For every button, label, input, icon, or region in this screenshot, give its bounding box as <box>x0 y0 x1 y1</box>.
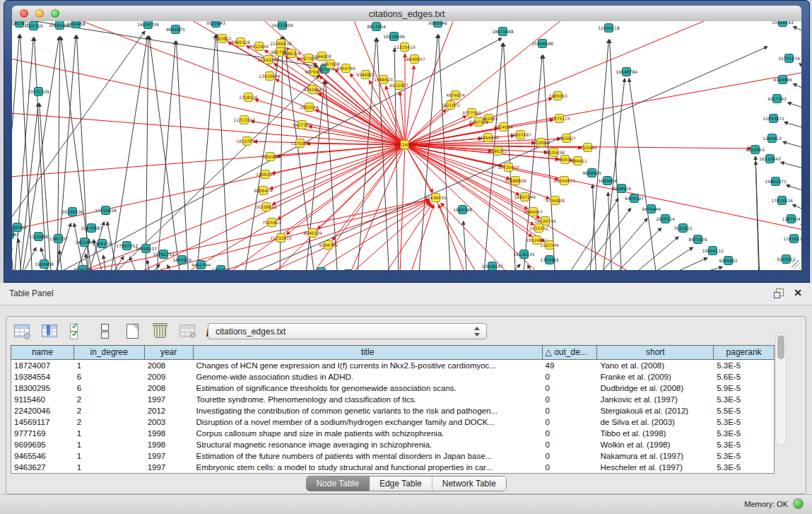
delete-column-icon[interactable] <box>151 322 168 339</box>
graph-node[interactable]: 17359928 <box>101 206 110 215</box>
scrollbar-thumb[interactable] <box>777 335 784 359</box>
graph-node[interactable]: 2505115 <box>98 239 107 248</box>
graph-node[interactable]: 6497568 <box>474 117 483 127</box>
network-select[interactable]: citations_edges.txt <box>208 323 487 339</box>
table-row[interactable]: 1872400712008Changes of HCN gene express… <box>11 360 774 371</box>
graph-node[interactable]: 7632621 <box>678 223 688 233</box>
tab-node-table[interactable]: Node Table <box>306 477 370 491</box>
graph-node[interactable]: 9875685 <box>310 67 319 76</box>
close-panel-icon[interactable]: ✕ <box>794 287 802 298</box>
graph-node[interactable]: 8938924 <box>617 184 626 193</box>
graph-node[interactable]: 8215953 <box>751 145 760 154</box>
graph-node[interactable]: 18807249 <box>520 192 529 201</box>
graph-node[interactable]: 3624554 <box>499 122 508 132</box>
column-header-name[interactable]: name <box>11 346 74 359</box>
graph-node[interactable]: 16258082 <box>261 202 271 211</box>
graph-node[interactable]: 16210643 <box>765 154 775 163</box>
graph-node[interactable]: 1451940 <box>80 238 89 247</box>
graph-node[interactable]: 15958193 <box>778 21 787 27</box>
column-header-title[interactable]: title <box>194 346 543 359</box>
graph-node[interactable]: 23364436 <box>483 133 493 142</box>
graph-node[interactable]: 1170065 <box>295 139 305 148</box>
graph-node[interactable]: 7986372 <box>493 146 502 156</box>
graph-node[interactable]: 16136141 <box>519 250 529 259</box>
graph-node[interactable]: 7250480 <box>266 152 275 161</box>
graph-node[interactable]: 10807487 <box>516 130 525 139</box>
graph-node[interactable]: 9146821 <box>361 70 370 79</box>
graph-node[interactable]: 9245072 <box>343 269 353 270</box>
tab-edge-table[interactable]: Edge Table <box>370 477 433 491</box>
graph-node[interactable]: 23420046 <box>265 71 274 81</box>
graph-node[interactable]: 9242848 <box>308 85 317 94</box>
window-titlebar[interactable]: citations_edges.txt <box>12 6 801 22</box>
graph-node[interactable]: 8640339 <box>308 228 317 238</box>
graph-node[interactable]: 9194756 <box>324 240 333 250</box>
graph-node[interactable]: 18671988 <box>498 27 507 36</box>
graph-node[interactable]: 9227343 <box>772 94 782 103</box>
graph-node[interactable]: 9884067 <box>529 207 538 216</box>
graph-node[interactable]: 8471676 <box>693 235 702 244</box>
graph-node[interactable]: 16055709 <box>143 21 153 29</box>
create-column-icon[interactable] <box>124 322 141 339</box>
column-header-pagerank[interactable]: pagerank <box>714 346 774 359</box>
table-row[interactable]: 1830029562008Estimation of significance … <box>11 382 774 394</box>
graph-node[interactable]: 2450121 <box>216 265 225 270</box>
graph-node[interactable]: 1615152 <box>534 223 543 233</box>
graph-node[interactable]: 10958107 <box>488 262 497 270</box>
graph-node[interactable]: 8423217 <box>78 265 88 270</box>
graph-node[interactable]: 10654112 <box>708 246 717 255</box>
table-row[interactable]: 1456911722003Disruption of a novel membe… <box>11 416 774 428</box>
graph-node[interactable]: 8912934 <box>254 42 264 51</box>
table-row[interactable]: 911546021997Tourette syndrome. Phenomeno… <box>11 394 774 405</box>
graph-node[interactable]: 20691406 <box>55 21 64 30</box>
graph-node[interactable]: 8261972 <box>15 21 24 28</box>
graph-node[interactable]: 1640954 <box>603 176 612 185</box>
graph-node[interactable]: 10732810 <box>276 233 286 243</box>
graph-node[interactable]: 1187534 <box>787 214 796 223</box>
graph-node[interactable]: 19218506 <box>389 32 399 41</box>
memory-ok-icon[interactable] <box>794 499 803 508</box>
table-scrollbar[interactable] <box>775 332 787 445</box>
graph-node[interactable]: 12325419 <box>400 42 409 52</box>
graph-node[interactable]: 9827508 <box>304 54 313 63</box>
column-header-in_degree[interactable]: in_degree <box>74 346 145 359</box>
show-columns-icon[interactable] <box>41 322 58 339</box>
graph-node[interactable]: 15504588 <box>538 39 547 48</box>
graph-node[interactable]: 9806474 <box>259 186 268 195</box>
graph-node[interactable]: 7350512 <box>13 223 22 232</box>
tab-network-table[interactable]: Network Table <box>433 477 506 491</box>
graph-node[interactable]: 2803144 <box>305 103 314 112</box>
graph-node[interactable]: 1115688 <box>34 232 43 241</box>
graph-node[interactable]: 11016532 <box>789 234 799 243</box>
graph-node[interactable]: 7163822 <box>218 34 227 43</box>
graph-node[interactable]: 15720407 <box>504 163 513 172</box>
table-mode-icon[interactable] <box>13 322 30 339</box>
float-panel-icon[interactable] <box>774 288 784 298</box>
graph-node[interactable]: 4974074 <box>451 90 460 100</box>
table-row[interactable]: 946554611997Estimation of the future num… <box>11 450 774 462</box>
graph-node[interactable]: 15892971 <box>771 177 780 186</box>
graph-node[interactable]: 2522544 <box>545 240 554 250</box>
graph-node[interactable]: 6479197 <box>630 194 639 203</box>
graph-node[interactable]: 12975125 <box>555 114 564 123</box>
graph-node[interactable]: 16543382 <box>264 55 273 64</box>
graph-node[interactable]: 9756928 <box>551 196 560 205</box>
graph-node[interactable]: 8650875 <box>171 25 180 34</box>
graph-node[interactable]: 12213363 <box>240 115 249 124</box>
graph-node[interactable]: 1342737 <box>54 234 63 243</box>
graph-node[interactable]: 8186328 <box>287 49 296 58</box>
network-canvas[interactable]: 8261972405572620691406190495816055709865… <box>12 21 801 270</box>
graph-node[interactable]: 8813054 <box>372 22 381 31</box>
graph-node[interactable]: 6522057 <box>394 81 404 90</box>
graph-node[interactable]: 19654923 <box>560 176 569 185</box>
graph-node[interactable]: 9474444 <box>647 204 656 214</box>
graph-node[interactable]: 8860128 <box>236 37 245 47</box>
graph-node[interactable]: 7984412 <box>573 156 582 165</box>
graph-node[interactable]: 9699695 <box>587 168 596 177</box>
graph-node[interactable]: 9115460 <box>583 143 592 152</box>
graph-node[interactable]: 2967608 <box>326 59 335 69</box>
graph-node[interactable]: 18640957 <box>410 54 419 64</box>
graph-node[interactable]: 9120643 <box>211 21 220 28</box>
table-row[interactable]: 977716911998Corpus callosum shape and si… <box>11 428 774 439</box>
graph-node[interactable]: 8454749 <box>341 64 351 73</box>
